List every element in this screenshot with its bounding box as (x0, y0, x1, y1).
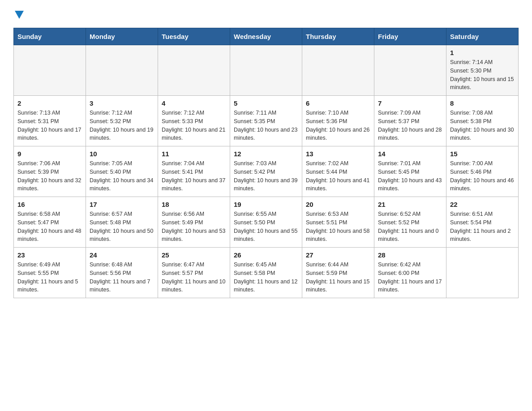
day-number: 1 (450, 49, 515, 56)
calendar-cell: 14Sunrise: 7:01 AMSunset: 5:45 PMDayligh… (374, 146, 446, 197)
day-info: Sunrise: 7:01 AMSunset: 5:45 PMDaylight:… (378, 159, 442, 193)
week-row-3: 9Sunrise: 7:06 AMSunset: 5:39 PMDaylight… (14, 146, 519, 197)
calendar-cell: 6Sunrise: 7:10 AMSunset: 5:36 PMDaylight… (302, 96, 374, 146)
week-row-4: 16Sunrise: 6:58 AMSunset: 5:47 PMDayligh… (14, 197, 519, 248)
calendar-cell: 5Sunrise: 7:11 AMSunset: 5:35 PMDaylight… (230, 96, 302, 146)
calendar-cell: 19Sunrise: 6:55 AMSunset: 5:50 PMDayligh… (230, 197, 302, 248)
calendar-cell: 25Sunrise: 6:47 AMSunset: 5:57 PMDayligh… (158, 248, 230, 298)
calendar-cell (302, 45, 374, 96)
day-number: 3 (90, 99, 154, 107)
calendar-cell: 11Sunrise: 7:04 AMSunset: 5:41 PMDayligh… (158, 146, 230, 197)
calendar-cell: 3Sunrise: 7:12 AMSunset: 5:32 PMDaylight… (86, 96, 158, 146)
weekday-header-saturday: Saturday (446, 28, 519, 45)
weekday-header-row: SundayMondayTuesdayWednesdayThursdayFrid… (14, 28, 519, 45)
day-number: 14 (378, 150, 442, 158)
weekday-header-wednesday: Wednesday (230, 28, 302, 45)
calendar-cell: 26Sunrise: 6:45 AMSunset: 5:58 PMDayligh… (230, 248, 302, 298)
day-number: 28 (378, 251, 442, 259)
weekday-header-sunday: Sunday (14, 28, 86, 45)
day-number: 23 (17, 251, 82, 259)
day-info: Sunrise: 6:51 AMSunset: 5:54 PMDaylight:… (450, 210, 515, 244)
week-row-2: 2Sunrise: 7:13 AMSunset: 5:31 PMDaylight… (14, 96, 519, 146)
calendar-cell: 24Sunrise: 6:48 AMSunset: 5:56 PMDayligh… (86, 248, 158, 298)
calendar-cell: 27Sunrise: 6:44 AMSunset: 5:59 PMDayligh… (302, 248, 374, 298)
day-info: Sunrise: 6:49 AMSunset: 5:55 PMDaylight:… (17, 261, 82, 294)
day-number: 8 (450, 99, 515, 107)
weekday-header-monday: Monday (86, 28, 158, 45)
day-number: 15 (450, 150, 515, 158)
day-number: 9 (17, 150, 82, 158)
day-info: Sunrise: 7:13 AMSunset: 5:31 PMDaylight:… (17, 109, 82, 142)
day-info: Sunrise: 7:10 AMSunset: 5:36 PMDaylight:… (306, 109, 370, 142)
day-number: 18 (162, 201, 226, 208)
calendar-cell (158, 45, 230, 96)
day-info: Sunrise: 6:42 AMSunset: 6:00 PMDaylight:… (378, 261, 442, 294)
day-number: 4 (162, 99, 226, 107)
day-number: 12 (234, 150, 298, 158)
day-number: 6 (306, 99, 370, 107)
calendar-table: SundayMondayTuesdayWednesdayThursdayFrid… (13, 28, 519, 298)
calendar-cell: 20Sunrise: 6:53 AMSunset: 5:51 PMDayligh… (302, 197, 374, 248)
calendar-cell: 16Sunrise: 6:58 AMSunset: 5:47 PMDayligh… (14, 197, 86, 248)
day-info: Sunrise: 7:11 AMSunset: 5:35 PMDaylight:… (234, 109, 298, 142)
day-info: Sunrise: 6:56 AMSunset: 5:49 PMDaylight:… (162, 210, 226, 244)
day-info: Sunrise: 6:47 AMSunset: 5:57 PMDaylight:… (162, 261, 226, 294)
calendar-cell: 18Sunrise: 6:56 AMSunset: 5:49 PMDayligh… (158, 197, 230, 248)
day-number: 7 (378, 99, 442, 107)
calendar-cell: 4Sunrise: 7:12 AMSunset: 5:33 PMDaylight… (158, 96, 230, 146)
calendar-cell (230, 45, 302, 96)
day-info: Sunrise: 6:55 AMSunset: 5:50 PMDaylight:… (234, 210, 298, 244)
day-info: Sunrise: 7:02 AMSunset: 5:44 PMDaylight:… (306, 159, 370, 193)
day-number: 21 (378, 201, 442, 208)
day-info: Sunrise: 7:00 AMSunset: 5:46 PMDaylight:… (450, 159, 515, 193)
day-info: Sunrise: 7:12 AMSunset: 5:33 PMDaylight:… (162, 109, 226, 142)
day-info: Sunrise: 7:12 AMSunset: 5:32 PMDaylight:… (90, 109, 154, 142)
day-number: 22 (450, 201, 515, 208)
day-info: Sunrise: 6:44 AMSunset: 5:59 PMDaylight:… (306, 261, 370, 294)
day-number: 11 (162, 150, 226, 158)
calendar-cell: 13Sunrise: 7:02 AMSunset: 5:44 PMDayligh… (302, 146, 374, 197)
week-row-5: 23Sunrise: 6:49 AMSunset: 5:55 PMDayligh… (14, 248, 519, 298)
weekday-header-tuesday: Tuesday (158, 28, 230, 45)
calendar-cell: 17Sunrise: 6:57 AMSunset: 5:48 PMDayligh… (86, 197, 158, 248)
day-number: 2 (17, 99, 82, 107)
day-number: 26 (234, 251, 298, 259)
day-info: Sunrise: 6:48 AMSunset: 5:56 PMDaylight:… (90, 261, 154, 294)
calendar-cell (86, 45, 158, 96)
day-info: Sunrise: 6:58 AMSunset: 5:47 PMDaylight:… (17, 210, 82, 244)
calendar-cell: 21Sunrise: 6:52 AMSunset: 5:52 PMDayligh… (374, 197, 446, 248)
weekday-header-thursday: Thursday (302, 28, 374, 45)
day-number: 24 (90, 251, 154, 259)
day-number: 17 (90, 201, 154, 208)
calendar-cell (446, 248, 519, 298)
day-info: Sunrise: 7:05 AMSunset: 5:40 PMDaylight:… (90, 159, 154, 193)
calendar-cell: 12Sunrise: 7:03 AMSunset: 5:42 PMDayligh… (230, 146, 302, 197)
day-info: Sunrise: 6:45 AMSunset: 5:58 PMDaylight:… (234, 261, 298, 294)
day-number: 19 (234, 201, 298, 208)
calendar-cell: 28Sunrise: 6:42 AMSunset: 6:00 PMDayligh… (374, 248, 446, 298)
day-info: Sunrise: 6:57 AMSunset: 5:48 PMDaylight:… (90, 210, 154, 244)
calendar-cell: 1Sunrise: 7:14 AMSunset: 5:30 PMDaylight… (446, 45, 519, 96)
day-number: 27 (306, 251, 370, 259)
day-info: Sunrise: 7:08 AMSunset: 5:38 PMDaylight:… (450, 109, 515, 142)
calendar-cell: 9Sunrise: 7:06 AMSunset: 5:39 PMDaylight… (14, 146, 86, 197)
day-number: 10 (90, 150, 154, 158)
day-info: Sunrise: 7:14 AMSunset: 5:30 PMDaylight:… (450, 58, 515, 92)
logo-triangle-icon (15, 11, 24, 19)
day-info: Sunrise: 7:09 AMSunset: 5:37 PMDaylight:… (378, 109, 442, 142)
page-header (13, 9, 519, 19)
day-number: 13 (306, 150, 370, 158)
day-info: Sunrise: 7:03 AMSunset: 5:42 PMDaylight:… (234, 159, 298, 193)
day-number: 25 (162, 251, 226, 259)
day-info: Sunrise: 6:52 AMSunset: 5:52 PMDaylight:… (378, 210, 442, 244)
calendar-cell (374, 45, 446, 96)
calendar-cell: 15Sunrise: 7:00 AMSunset: 5:46 PMDayligh… (446, 146, 519, 197)
calendar-cell: 7Sunrise: 7:09 AMSunset: 5:37 PMDaylight… (374, 96, 446, 146)
day-info: Sunrise: 7:06 AMSunset: 5:39 PMDaylight:… (17, 159, 82, 193)
logo (13, 9, 24, 19)
day-number: 5 (234, 99, 298, 107)
day-info: Sunrise: 6:53 AMSunset: 5:51 PMDaylight:… (306, 210, 370, 244)
calendar-cell: 2Sunrise: 7:13 AMSunset: 5:31 PMDaylight… (14, 96, 86, 146)
day-info: Sunrise: 7:04 AMSunset: 5:41 PMDaylight:… (162, 159, 226, 193)
week-row-1: 1Sunrise: 7:14 AMSunset: 5:30 PMDaylight… (14, 45, 519, 96)
